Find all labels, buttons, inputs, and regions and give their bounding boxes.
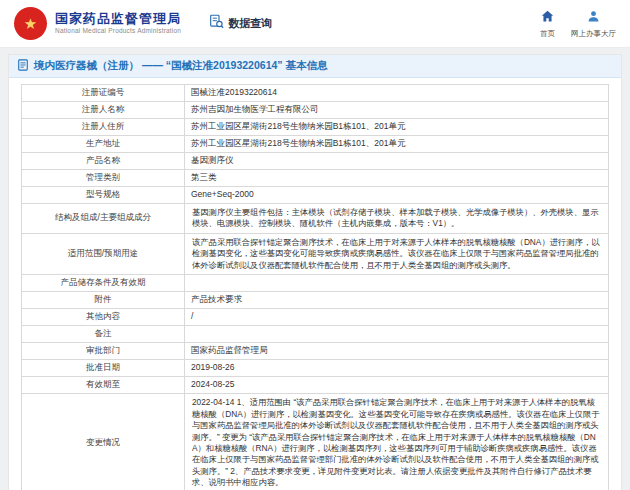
table-row: 审批部门 国家药品监督管理局 — [22, 343, 609, 360]
table-row: 变更情况 2022-04-14 1、适用范围由 “该产品采用联合探针锚定聚合测序… — [22, 394, 609, 490]
row-value: 苏州吉因加生物医学工程有限公司 — [185, 102, 609, 119]
row-label: 变更情况 — [22, 394, 185, 490]
row-label: 型号规格 — [22, 187, 185, 204]
row-value: Gene+Seq-2000 — [185, 187, 609, 204]
row-value: 国家药品监督管理局 — [185, 343, 609, 360]
org-name-en: National Medical Products Administration — [55, 27, 181, 35]
emblem-star-icon: ★ — [24, 16, 37, 31]
row-value — [185, 326, 609, 343]
row-value: 第三类 — [185, 170, 609, 187]
data-query-link[interactable]: 数据查询 — [209, 14, 272, 33]
table-row: 产品储存条件及有效期 — [22, 275, 609, 292]
page-title-bar: 境内医疗器械（注册） —— “国械注准20193220614” 基本信息 — [9, 55, 621, 78]
table-row: 备注 — [22, 326, 609, 343]
table-row: 注册人名称 苏州吉因加生物医学工程有限公司 — [22, 102, 609, 119]
row-value — [185, 275, 609, 292]
data-query-label: 数据查询 — [228, 16, 272, 31]
row-label: 备注 — [22, 326, 185, 343]
row-label: 审批部门 — [22, 343, 185, 360]
row-value: 2022-04-14 1、适用范围由 “该产品采用联合探针锚定聚合测序技术，在临… — [185, 394, 609, 490]
table-row: 产品名称 基因测序仪 — [22, 153, 609, 170]
table-row: 批准日期 2019-08-26 — [22, 360, 609, 377]
table-row: 附件 产品技术要求 — [22, 292, 609, 309]
table-row: 生产地址 苏州工业园区星湖街218号生物纳米园B1栋101、201单元 — [22, 136, 609, 153]
brand: ★ 国家药品监督管理局 National Medical Products Ad… — [14, 7, 181, 40]
row-value: 国械注准20193220614 — [185, 85, 609, 102]
row-label: 生产地址 — [22, 136, 185, 153]
row-label: 附件 — [22, 292, 185, 309]
row-value: 基因测序仪主要组件包括：主体模块（试剂存储子模块、样本加载子模块、光学成像子模块… — [185, 204, 609, 234]
nmpa-logo-icon: ★ — [14, 7, 47, 40]
row-value: / — [185, 309, 609, 326]
row-value: 2019-08-26 — [185, 360, 609, 377]
table-row: 注册证编号 国械注准20193220614 — [22, 85, 609, 102]
row-value: 基因测序仪 — [185, 153, 609, 170]
content-panel: 境内医疗器械（注册） —— “国械注准20193220614” 基本信息 注册证… — [8, 54, 622, 490]
row-value: 苏州工业园区星湖街218号生物纳米园B1栋101、201单元 — [185, 119, 609, 136]
top-nav: 首页 网上办事大厅 — [540, 9, 616, 39]
table-row: 其他内容 / — [22, 309, 609, 326]
nav-home-label: 首页 — [540, 29, 555, 39]
row-label: 注册人名称 — [22, 102, 185, 119]
table-row: 注册人住所 苏州工业园区星湖街218号生物纳米园B1栋101、201单元 — [22, 119, 609, 136]
org-name-cn: 国家药品监督管理局 — [55, 11, 181, 27]
row-label: 有效期至 — [22, 377, 185, 394]
home-icon — [541, 9, 554, 27]
row-label: 适用范围/预期用途 — [22, 233, 185, 274]
nav-home[interactable]: 首页 — [540, 9, 555, 39]
row-label: 注册人住所 — [22, 119, 185, 136]
table-row: 有效期至 2024-08-25 — [22, 377, 609, 394]
row-value: 苏州工业园区星湖街218号生物纳米园B1栋101、201单元 — [185, 136, 609, 153]
row-value: 该产品采用联合探针锚定聚合测序技术，在临床上用于对来源于人体样本的脱氧核糖核酸（… — [185, 233, 609, 274]
row-label: 注册证编号 — [22, 85, 185, 102]
document-search-icon — [209, 14, 224, 33]
row-label: 产品名称 — [22, 153, 185, 170]
table-row: 型号规格 Gene+Seq-2000 — [22, 187, 609, 204]
clipboard-icon — [17, 57, 29, 75]
brand-text: 国家药品监督管理局 National Medical Products Admi… — [55, 11, 181, 35]
row-value: 产品技术要求 — [185, 292, 609, 309]
row-value: 2024-08-25 — [185, 377, 609, 394]
row-label: 管理类别 — [22, 170, 185, 187]
table-row: 适用范围/预期用途 该产品采用联合探针锚定聚合测序技术，在临床上用于对来源于人体… — [22, 233, 609, 274]
row-label: 其他内容 — [22, 309, 185, 326]
registration-info-table: 注册证编号 国械注准20193220614 注册人名称 苏州吉因加生物医学工程有… — [21, 84, 609, 490]
nav-hall-label: 网上办事大厅 — [571, 29, 616, 39]
page: ★ 国家药品监督管理局 National Medical Products Ad… — [0, 0, 630, 490]
row-label: 批准日期 — [22, 360, 185, 377]
table-row: 管理类别 第三类 — [22, 170, 609, 187]
row-label: 结构及组成/主要组成成分 — [22, 204, 185, 234]
row-label: 产品储存条件及有效期 — [22, 275, 185, 292]
user-icon — [587, 9, 600, 27]
site-header: ★ 国家药品监督管理局 National Medical Products Ad… — [0, 0, 630, 48]
page-title: 境内医疗器械（注册） —— “国械注准20193220614” 基本信息 — [34, 59, 328, 73]
table-row: 结构及组成/主要组成成分 基因测序仪主要组件包括：主体模块（试剂存储子模块、样本… — [22, 204, 609, 234]
nav-online-hall[interactable]: 网上办事大厅 — [571, 9, 616, 39]
